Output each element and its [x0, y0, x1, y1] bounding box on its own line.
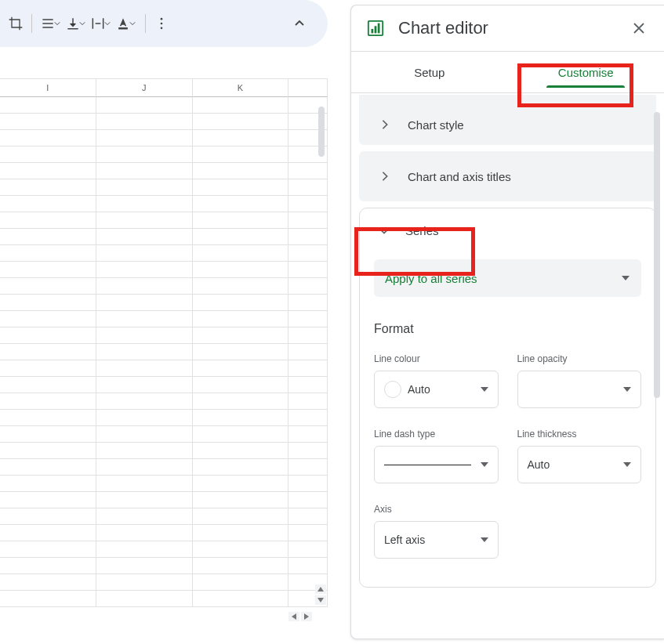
line-opacity-label: Line opacity: [517, 353, 642, 364]
line-thickness-label: Line thickness: [517, 429, 642, 440]
triangle-down-icon: [623, 385, 631, 393]
triangle-up-icon: [317, 587, 324, 592]
line-colour-label: Line colour: [374, 353, 499, 364]
vertical-align-button[interactable]: [63, 11, 89, 36]
svg-rect-7: [378, 24, 380, 34]
horizontal-align-icon: [40, 16, 56, 31]
axis-value: Left axis: [384, 534, 425, 546]
toolbar: [0, 0, 328, 47]
scroll-left-button[interactable]: [288, 612, 299, 621]
apply-label: Apply to all series: [385, 272, 477, 285]
caret-down-icon: [79, 20, 85, 27]
section-series: Series Apply to all series Format Line c…: [359, 208, 656, 588]
axis-select[interactable]: Left axis: [374, 521, 499, 559]
line-colour-select[interactable]: Auto: [374, 371, 499, 408]
axis-label: Axis: [374, 504, 499, 515]
crop-button[interactable]: [6, 11, 25, 36]
chart-editor-panel: Chart editor Setup Customise Chart style…: [350, 5, 664, 639]
triangle-down-icon: [481, 385, 488, 393]
triangle-down-icon: [317, 598, 324, 602]
more-vertical-icon: [154, 16, 169, 31]
line-colour-value: Auto: [408, 383, 430, 396]
triangle-down-icon: [481, 461, 488, 469]
toolbar-separator: [31, 14, 32, 33]
line-dash-label: Line dash type: [374, 429, 499, 440]
column-headers: I J K: [0, 78, 328, 97]
format-heading: Format: [374, 322, 641, 336]
section-list: Chart style Chart and axis titles Series…: [351, 93, 664, 639]
scroll-up-button[interactable]: [315, 584, 326, 594]
text-color-icon: [115, 16, 131, 31]
chevron-right-icon: [379, 119, 390, 130]
chevron-right-icon: [379, 171, 390, 182]
tabs: Setup Customise: [351, 51, 664, 93]
section-label: Chart style: [408, 118, 464, 132]
svg-point-1: [161, 18, 163, 20]
section-label: Chart and axis titles: [408, 170, 511, 183]
panel-title: Chart editor: [398, 18, 630, 38]
column-header[interactable]: K: [193, 79, 289, 97]
more-button[interactable]: [152, 11, 171, 36]
scroll-down-button[interactable]: [315, 595, 326, 605]
text-color-button[interactable]: [114, 11, 139, 36]
text-wrap-button[interactable]: [89, 11, 114, 36]
column-header[interactable]: J: [96, 79, 193, 97]
triangle-down-icon: [623, 461, 631, 469]
line-opacity-select[interactable]: [517, 371, 642, 408]
triangle-right-icon: [304, 613, 309, 620]
tab-customise[interactable]: Customise: [508, 52, 665, 92]
toolbar-separator: [145, 14, 146, 33]
svg-rect-5: [372, 29, 374, 33]
vertical-scrollbar-thumb[interactable]: [318, 107, 325, 157]
collapse-toolbar-button[interactable]: [290, 14, 309, 33]
panel-scrollbar-thumb[interactable]: [654, 112, 660, 398]
svg-rect-0: [118, 27, 128, 30]
line-thickness-value: Auto: [528, 458, 550, 471]
close-icon: [633, 22, 645, 34]
colour-swatch-icon: [384, 381, 401, 398]
text-wrap-icon: [90, 16, 106, 31]
panel-header: Chart editor: [351, 5, 664, 51]
chevron-up-icon: [293, 17, 306, 30]
triangle-down-icon: [621, 273, 630, 283]
triangle-left-icon: [292, 613, 296, 620]
tab-setup[interactable]: Setup: [351, 52, 508, 92]
triangle-down-icon: [481, 536, 488, 544]
svg-point-3: [161, 27, 163, 30]
chevron-down-icon: [379, 226, 390, 237]
section-series-header[interactable]: Series: [374, 224, 641, 237]
spreadsheet-grid[interactable]: I J K: [0, 78, 328, 635]
line-thickness-select[interactable]: Auto: [517, 446, 642, 483]
chart-logo-icon: [367, 20, 384, 37]
scroll-right-button[interactable]: [301, 612, 312, 621]
caret-down-icon: [129, 20, 136, 27]
column-header[interactable]: [288, 79, 328, 97]
close-button[interactable]: [630, 19, 648, 38]
line-dash-select[interactable]: [374, 446, 499, 483]
svg-point-2: [161, 23, 163, 25]
vertical-align-icon: [65, 16, 81, 31]
column-header[interactable]: I: [0, 79, 96, 97]
caret-down-icon: [104, 20, 111, 27]
horizontal-align-button[interactable]: [38, 11, 63, 36]
crop-icon: [8, 16, 24, 31]
caret-down-icon: [54, 20, 60, 27]
apply-to-series-select[interactable]: Apply to all series: [374, 259, 641, 297]
dash-solid-icon: [384, 465, 471, 465]
svg-rect-6: [375, 26, 377, 33]
section-chart-style[interactable]: Chart style: [359, 95, 656, 145]
section-label: Series: [405, 224, 439, 237]
rows: [0, 97, 328, 614]
section-chart-axis-titles[interactable]: Chart and axis titles: [359, 151, 656, 201]
